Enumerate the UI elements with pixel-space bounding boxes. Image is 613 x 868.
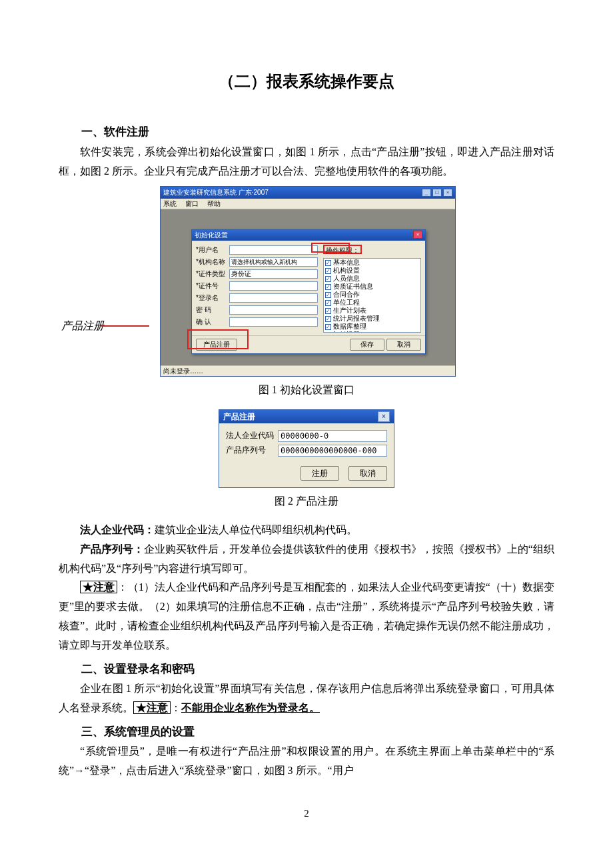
label-serial: 产品序列号 <box>226 443 278 458</box>
permission-list[interactable]: ✓基本信息 ✓机构设置 ✓人员信息 ✓资质证书信息 ✓合同合作 ✓单位工程 ✓生… <box>323 258 421 333</box>
company-code-text: 建筑业企业法人单位代码即组织机构代码。 <box>155 524 357 535</box>
checkbox-icon[interactable]: ✓ <box>325 276 331 282</box>
section-1-heading: 一、软件注册 <box>59 122 554 143</box>
checkbox-icon[interactable]: ✓ <box>325 292 331 298</box>
close-icon[interactable]: × <box>443 189 452 197</box>
perm-item: ✓生产计划表 <box>324 307 420 315</box>
figure-1-annotation: 产品注册 <box>61 317 104 336</box>
serial-para: 产品序列号：企业购买软件后，开发单位会提供该软件的使用《授权书》，按照《授权书》… <box>59 540 554 579</box>
input-org[interactable] <box>229 257 318 267</box>
init-dialog-title-text: 初始化设置 <box>195 230 228 241</box>
input-serial[interactable] <box>278 445 387 457</box>
label-org: *机构名称 <box>196 256 229 268</box>
maximize-icon[interactable]: □ <box>432 189 442 197</box>
label-password: 密 码 <box>196 304 229 316</box>
figure-1: 产品注册 建筑业安装研究信息系统 广东·2007 _ □ × 系统 窗口 帮助 … <box>120 186 493 377</box>
checkbox-icon[interactable]: ✓ <box>325 284 331 290</box>
section-1-para-1: 软件安装完，系统会弹出初始化设置窗口，如图 1 所示，点击“产品注册”按钮，即进… <box>59 143 554 181</box>
select-id-type[interactable] <box>229 269 318 279</box>
product-register-button[interactable]: 产品注册 <box>196 339 237 351</box>
section-3-para: “系统管理员”，是唯一有权进行“产品注册”和权限设置的用户。在系统主界面上单击菜… <box>59 742 554 781</box>
register-dialog-close-icon[interactable]: × <box>378 411 390 422</box>
label-company-code: 法人企业代码 <box>226 429 278 443</box>
note-1-label: ★注意 <box>80 581 117 593</box>
app-client-area: 初始化设置 × *用户名 *机构名称 *证件类型 <box>161 209 455 365</box>
minimize-icon[interactable]: _ <box>422 189 431 197</box>
register-cancel-button[interactable]: 取消 <box>348 466 387 481</box>
checkbox-icon[interactable]: ✓ <box>325 316 331 322</box>
section-3-heading: 三、系统管理员的设置 <box>59 722 554 743</box>
permission-header: 操作权限： <box>323 245 362 254</box>
checkbox-icon[interactable]: ✓ <box>325 332 331 333</box>
page-number: 2 <box>59 805 554 823</box>
input-company-code[interactable] <box>278 430 387 442</box>
permission-column: 操作权限： ✓基本信息 ✓机构设置 ✓人员信息 ✓资质证书信息 ✓合同合作 ✓单… <box>323 245 421 333</box>
note-1-text: ：（1）法人企业代码和产品序列号是互相配套的，如果法人企业代码变更请按“（十）数… <box>59 581 554 650</box>
checkbox-icon[interactable]: ✓ <box>325 300 331 306</box>
section-2-heading: 二、设置登录名和密码 <box>59 659 554 680</box>
checkbox-icon[interactable]: ✓ <box>325 308 331 314</box>
serial-label: 产品序列号： <box>80 543 144 555</box>
label-confirm: 确 认 <box>196 316 229 328</box>
perm-item: ✓资质证书信息 <box>324 283 420 291</box>
init-dialog-titlebar: 初始化设置 × <box>192 230 425 241</box>
figure-1-annotation-line <box>101 325 149 327</box>
init-dialog-footer: 产品注册 保存 取消 <box>192 335 425 353</box>
checkbox-icon[interactable]: ✓ <box>325 260 331 266</box>
figure-2-caption: 图 2 产品注册 <box>59 492 554 511</box>
note-2-label: ★注意 <box>133 701 171 714</box>
company-code-para: 法人企业代码：建筑业企业法人单位代码即组织机构代码。 <box>59 521 554 540</box>
checkbox-icon[interactable]: ✓ <box>325 268 331 274</box>
note-1-para: ★注意：（1）法人企业代码和产品序列号是互相配套的，如果法人企业代码变更请按“（… <box>59 578 554 655</box>
init-dialog-form: *用户名 *机构名称 *证件类型 *证件号 <box>196 245 318 333</box>
app-menubar[interactable]: 系统 窗口 帮助 <box>161 199 455 209</box>
app-titlebar: 建筑业安装研究信息系统 广东·2007 _ □ × <box>161 187 455 199</box>
perm-item: ✓统计局报表管理 <box>324 315 420 323</box>
perm-item: ✓人员信息 <box>324 275 420 283</box>
menu-window[interactable]: 窗口 <box>185 200 199 207</box>
perm-item: ✓基本信息 <box>324 259 420 267</box>
input-password[interactable] <box>229 305 318 315</box>
figure-1-caption: 图 1 初始化设置窗口 <box>59 381 554 400</box>
company-code-label: 法人企业代码： <box>80 524 155 535</box>
perm-item: ✓单位工程 <box>324 299 420 307</box>
input-username[interactable] <box>229 245 318 255</box>
menu-help[interactable]: 帮助 <box>207 200 221 207</box>
cancel-button[interactable]: 取消 <box>386 339 421 351</box>
page-title: （二）报表系统操作要点 <box>59 67 554 95</box>
app-window: 建筑业安装研究信息系统 广东·2007 _ □ × 系统 窗口 帮助 初始化设置… <box>160 186 456 377</box>
app-title-text: 建筑业安装研究信息系统 广东·2007 <box>163 187 269 199</box>
note-2-colon: ： <box>171 702 181 713</box>
label-login: *登录名 <box>196 292 229 304</box>
register-dialog-titlebar: 产品注册 × <box>219 410 394 423</box>
init-dialog: 初始化设置 × *用户名 *机构名称 *证件类型 <box>191 229 426 354</box>
input-id-no[interactable] <box>229 281 318 291</box>
label-username: *用户名 <box>196 244 229 256</box>
menu-system[interactable]: 系统 <box>163 200 177 207</box>
label-id-type: *证件类型 <box>196 268 229 280</box>
input-confirm[interactable] <box>229 317 318 327</box>
register-dialog-title-text: 产品注册 <box>223 410 255 423</box>
register-button[interactable]: 注册 <box>301 466 339 481</box>
perm-item: ✓机构设置 <box>324 267 420 275</box>
save-button[interactable]: 保存 <box>350 339 384 351</box>
dialog-close-icon[interactable]: × <box>413 231 422 239</box>
perm-item: ✓初始设置 <box>324 331 420 333</box>
input-login[interactable] <box>229 293 318 303</box>
checkbox-icon[interactable]: ✓ <box>325 324 331 330</box>
section-2-para: 企业在图 1 所示“初始化设置”界面填写有关信息，保存该用户信息后将弹出系统登录… <box>59 679 554 718</box>
app-statusbar: 尚未登录…… <box>161 365 455 376</box>
perm-item: ✓合同合作 <box>324 291 420 299</box>
perm-item: ✓数据库整理 <box>324 323 420 331</box>
note-2-underline: 不能用企业名称作为登录名。 <box>181 702 320 713</box>
label-id-no: *证件号 <box>196 280 229 292</box>
register-dialog: 产品注册 × 法人企业代码 产品序列号 注册 取消 <box>219 409 394 488</box>
